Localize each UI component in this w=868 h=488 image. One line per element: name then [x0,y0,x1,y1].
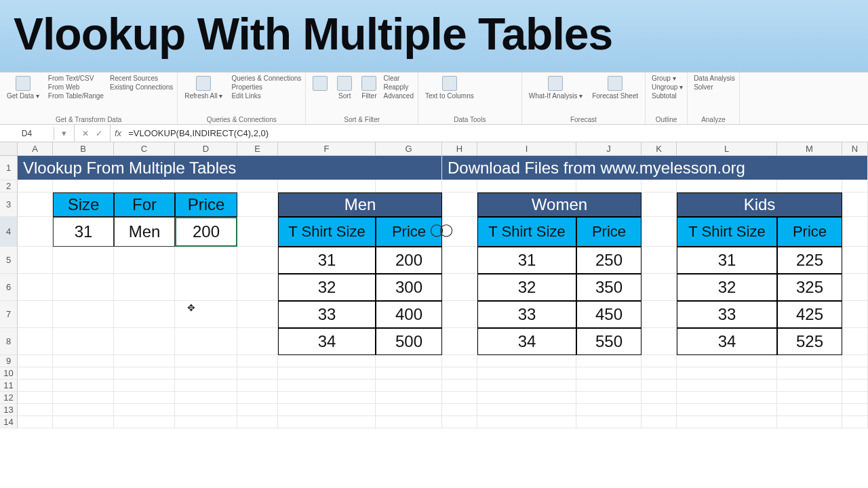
cell-I11[interactable] [477,380,576,392]
cell-K4[interactable] [642,217,677,247]
cell-K8[interactable] [642,328,677,355]
cell-A1[interactable]: Vlookup From Multiple Tables [18,156,442,180]
cell-I10[interactable] [477,367,576,380]
cell-C3[interactable]: For [114,192,175,217]
cell-J10[interactable] [576,367,642,380]
cell-D12[interactable] [175,392,237,404]
cell-J8[interactable]: 550 [576,328,642,355]
whatif-button[interactable]: What-If Analysis ▾ [526,75,585,101]
cell-D3[interactable]: Price [175,192,237,217]
cells-area[interactable]: Vlookup From Multiple TablesDownload Fil… [18,156,868,428]
cell-A8[interactable] [18,328,53,355]
cell-D9[interactable] [175,355,237,367]
col-header-F[interactable]: F [278,142,376,156]
row-header-12[interactable]: 12 [0,392,18,404]
refresh-all-button[interactable]: Refresh All ▾ [182,75,225,101]
get-data-button[interactable]: Get Data ▾ [4,75,42,101]
cell-G11[interactable] [376,380,442,392]
cell-F11[interactable] [278,380,376,392]
cell-G8[interactable]: 500 [376,328,442,355]
cell-H6[interactable] [442,274,477,301]
cell-B10[interactable] [53,367,114,380]
cell-C6[interactable] [114,274,175,301]
cell-E7[interactable] [237,301,278,328]
cell-J14[interactable] [576,416,642,428]
col-header-A[interactable]: A [18,142,53,156]
cell-N12[interactable] [842,392,868,404]
cell-L6[interactable]: 32 [677,274,777,301]
select-all-corner[interactable] [0,142,18,156]
cell-M7[interactable]: 425 [777,301,842,328]
cell-A13[interactable] [18,404,53,416]
cell-I2[interactable] [477,180,576,192]
cell-M4[interactable]: Price [777,217,842,247]
cell-M9[interactable] [777,355,842,367]
cell-D10[interactable] [175,367,237,380]
cell-M14[interactable] [777,416,842,428]
filter-button[interactable]: Filter [359,75,379,101]
name-box[interactable]: D4 [0,127,54,140]
cell-B9[interactable] [53,355,114,367]
cell-N3[interactable] [842,192,868,217]
cell-E9[interactable] [237,355,278,367]
cell-G5[interactable]: 200 [376,247,442,274]
cell-L9[interactable] [677,355,777,367]
cell-N4[interactable] [842,217,868,247]
row-header-2[interactable]: 2 [0,180,18,192]
cell-H11[interactable] [442,380,477,392]
cell-E2[interactable] [237,180,278,192]
cell-M5[interactable]: 225 [777,247,842,274]
cell-C14[interactable] [114,416,175,428]
cell-B11[interactable] [53,380,114,392]
cell-H3[interactable] [442,192,477,217]
row-header-10[interactable]: 10 [0,367,18,380]
cell-L13[interactable] [677,404,777,416]
cell-E4[interactable] [237,217,278,247]
cell-F6[interactable]: 32 [278,274,376,301]
cell-H10[interactable] [442,367,477,380]
cell-J7[interactable]: 450 [576,301,642,328]
cell-A2[interactable] [18,180,53,192]
cell-G2[interactable] [376,180,442,192]
cell-J4[interactable]: Price [576,217,642,247]
cell-N11[interactable] [842,380,868,392]
cell-D5[interactable] [175,247,237,274]
cell-B3[interactable]: Size [53,192,114,217]
cell-A3[interactable] [18,192,53,217]
row-header-14[interactable]: 14 [0,416,18,428]
enter-formula-icon[interactable]: ✓ [94,129,104,138]
cell-L8[interactable]: 34 [677,328,777,355]
cell-H12[interactable] [442,392,477,404]
cell-A7[interactable] [18,301,53,328]
cell-K7[interactable] [642,301,677,328]
cell-M11[interactable] [777,380,842,392]
col-header-J[interactable]: J [576,142,642,156]
cell-L7[interactable]: 33 [677,301,777,328]
cell-I6[interactable]: 32 [477,274,576,301]
cell-A11[interactable] [18,380,53,392]
cell-A9[interactable] [18,355,53,367]
cell-I3[interactable]: Women [477,192,642,217]
cell-J2[interactable] [576,180,642,192]
cell-A6[interactable] [18,274,53,301]
cell-I7[interactable]: 33 [477,301,576,328]
cell-I4[interactable]: T Shirt Size [477,217,576,247]
cell-M10[interactable] [777,367,842,380]
cell-G6[interactable]: 300 [376,274,442,301]
cell-H5[interactable] [442,247,477,274]
cell-L2[interactable] [677,180,777,192]
cell-I8[interactable]: 34 [477,328,576,355]
cell-C7[interactable] [114,301,175,328]
cell-J11[interactable] [576,380,642,392]
cell-E12[interactable] [237,392,278,404]
cell-B4[interactable]: 31 [53,217,114,247]
cell-K13[interactable] [642,404,677,416]
col-header-M[interactable]: M [777,142,842,156]
cell-F14[interactable] [278,416,376,428]
row-header-11[interactable]: 11 [0,380,18,392]
col-header-G[interactable]: G [376,142,442,156]
cancel-formula-icon[interactable]: ✕ [80,129,91,138]
cell-E11[interactable] [237,380,278,392]
cell-K11[interactable] [642,380,677,392]
cell-F9[interactable] [278,355,376,367]
